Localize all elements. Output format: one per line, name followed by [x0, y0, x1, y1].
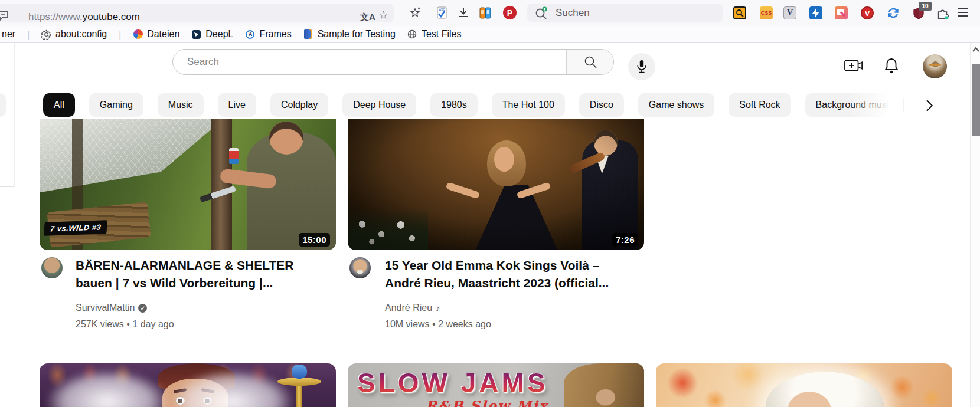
bookmark-item-deepl[interactable]: DeepL — [191, 29, 233, 40]
browser-toolbar: https://www.youtube.com 文A ☆ W3C P CSS V — [0, 0, 980, 26]
channel-name[interactable]: SurvivalMattin — [76, 303, 135, 313]
video-title-line1[interactable]: BÄREN-ALARMANLAGE & SHELTER — [76, 258, 293, 273]
extensions-puzzle-icon[interactable] — [936, 6, 949, 19]
chip-gaming[interactable]: Gaming — [89, 93, 143, 117]
video-thumbnail[interactable]: 7 vs.WILD #3 15:00 — [40, 119, 336, 250]
frames-icon: A — [245, 29, 255, 40]
bookmark-item-frames[interactable]: A Frames — [245, 29, 291, 40]
video-title-line1[interactable]: 15 Year Old Emma Kok Sings Voilà – — [385, 258, 599, 273]
voice-search-button[interactable] — [628, 53, 655, 80]
menu-icon[interactable] — [958, 8, 968, 17]
svg-text:W3C: W3C — [439, 8, 446, 11]
screenshot-extension-icon[interactable] — [835, 6, 848, 19]
css-extension-icon[interactable]: CSS — [760, 6, 773, 19]
chip-the-hot-100[interactable]: The Hot 100 — [492, 93, 565, 117]
star-export-icon[interactable] — [408, 6, 422, 20]
translate-icon[interactable]: 文A — [360, 10, 375, 24]
channel-row[interactable]: André Rieu ♪ — [385, 303, 440, 313]
chip-live[interactable]: Live — [218, 93, 256, 117]
bookmark-item-dateien[interactable]: Dateien — [133, 29, 179, 40]
thumbnail-art-tree — [211, 119, 232, 250]
url-bar[interactable]: https://www.youtube.com 文A ☆ — [0, 4, 394, 22]
video-thumbnail[interactable] — [40, 363, 336, 407]
bookmark-item-testfiles[interactable]: Test Files — [407, 29, 462, 40]
bookmark-item-aboutconfig[interactable]: about:config — [41, 29, 107, 40]
chip-disco[interactable]: Disco — [579, 93, 624, 117]
video-thumbnail[interactable]: 7:26 — [348, 119, 644, 250]
thumbnail-art-singer — [564, 363, 644, 407]
thumbnail-art-hookah-bowl — [292, 365, 307, 379]
page-scrollbar[interactable] — [970, 43, 980, 407]
tab-panels-extension-icon[interactable] — [478, 6, 492, 20]
w3c-validator-icon[interactable]: W3C — [435, 6, 449, 20]
bookmarks-separator: | — [119, 29, 121, 40]
thumbnail-text-subtitle: R&B Slow Mix — [426, 398, 548, 407]
vimium-extension-icon[interactable]: V — [783, 6, 796, 19]
thumbnail-art-hookah-plate — [277, 378, 321, 386]
video-thumbnail[interactable]: SLOW JAMS R&B Slow Mix — [348, 363, 644, 407]
lightning-extension-icon[interactable] — [809, 6, 822, 19]
search-button[interactable] — [566, 50, 613, 74]
search-engine-icon — [534, 6, 548, 21]
chip-deep-house[interactable]: Deep House — [342, 93, 416, 117]
channel-row[interactable]: SurvivalMattin ✓ — [76, 303, 147, 313]
toolbar-search[interactable] — [527, 4, 723, 22]
bookmark-label: about:config — [55, 29, 107, 40]
blue-book-icon — [303, 29, 313, 40]
bookmark-item-sample[interactable]: Sample for Testing — [303, 29, 396, 40]
url-scheme: https://www. — [28, 11, 83, 22]
youtube-page: All Gaming Music Live Coldplay Deep Hous… — [0, 43, 980, 407]
video-meta: 257K views • 1 day ago — [76, 319, 174, 330]
pinterest-icon[interactable]: P — [503, 6, 517, 19]
verified-badge-icon: ✓ — [138, 304, 147, 313]
chips-bar: All Gaming Music Live Coldplay Deep Hous… — [43, 93, 904, 117]
chip-coldplay[interactable]: Coldplay — [270, 93, 328, 117]
avatar-cat-detail — [929, 64, 941, 66]
create-video-icon[interactable] — [844, 58, 863, 73]
toolbar-search-input[interactable] — [556, 5, 709, 20]
music-note-badge-icon: ♪ — [436, 303, 440, 313]
shield-counter-badge: 10 — [919, 2, 932, 11]
bookmark-item-partial[interactable]: ner — [2, 29, 15, 40]
downloads-icon[interactable] — [456, 6, 471, 20]
bookmarks-bar: ner | about:config | Dateien DeepL A Fra… — [0, 26, 980, 43]
bookmark-label: Frames — [259, 29, 291, 40]
sync-extension-icon[interactable] — [887, 6, 900, 19]
youtube-search-bar[interactable] — [172, 49, 614, 75]
gear-icon — [41, 29, 51, 40]
thumbnail-art-tarp — [40, 119, 223, 192]
channel-avatar[interactable] — [41, 257, 63, 278]
video-title-line2[interactable]: bauen | 7 vs Wild Vorbereitung |... — [76, 276, 273, 290]
thumbnail-art-person-head — [269, 122, 303, 155]
chips-scroll-right-icon[interactable] — [925, 99, 934, 112]
chip-game-shows[interactable]: Game shows — [638, 93, 714, 117]
chip-soft-rock[interactable]: Soft Rock — [729, 93, 790, 117]
profile-avatar[interactable] — [923, 54, 947, 78]
chip-1980s[interactable]: 1980s — [430, 93, 478, 117]
search-icon — [583, 55, 597, 69]
channel-name[interactable]: André Rieu — [385, 303, 432, 313]
url-domain: youtube.com — [83, 11, 140, 22]
notifications-bell-icon[interactable] — [883, 57, 900, 75]
chip-music[interactable]: Music — [158, 93, 204, 117]
chip-all[interactable]: All — [43, 93, 75, 117]
search-extension-icon[interactable] — [733, 6, 746, 19]
red-v-extension-icon[interactable]: V — [861, 6, 874, 19]
youtube-search-input[interactable] — [187, 54, 541, 70]
bookmark-star-icon[interactable]: ☆ — [378, 8, 388, 22]
scrollbar-thumb[interactable] — [972, 64, 980, 136]
video-title-line2[interactable]: André Rieu, Maastricht 2023 (official... — [385, 276, 609, 290]
channel-avatar[interactable] — [349, 257, 371, 278]
bookmark-label: ner — [2, 29, 15, 40]
scrollbar-up-icon[interactable] — [972, 47, 979, 52]
deepl-icon — [191, 29, 201, 40]
reader-mode-icon[interactable] — [0, 11, 9, 22]
video-thumbnail[interactable] — [656, 363, 952, 407]
thumbnail-art-can — [229, 148, 239, 164]
video-duration-badge: 15:00 — [299, 233, 330, 247]
bookmarks-separator: | — [27, 29, 30, 40]
browser-window: https://www.youtube.com 文A ☆ W3C P CSS V — [0, 0, 980, 407]
bookmark-label: DeepL — [205, 29, 233, 40]
chip-partial-left[interactable] — [0, 93, 6, 117]
thumbnail-art-hookah-stem — [296, 385, 302, 407]
